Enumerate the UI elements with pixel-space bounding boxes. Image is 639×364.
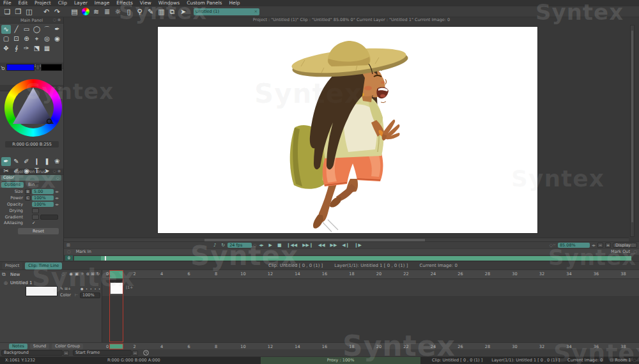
wheel-triangle[interactable] <box>4 79 62 137</box>
arrow-tool-icon[interactable]: ➤ <box>42 167 52 176</box>
gradient-field[interactable] <box>40 215 58 220</box>
speaker-icon[interactable]: ♪ <box>213 243 216 248</box>
aaliasing-check-icon[interactable]: ✓ <box>32 221 35 225</box>
eyedropper-icon[interactable]: ⚲ <box>0 64 6 71</box>
menu-file[interactable]: File <box>3 1 12 6</box>
room-menu-icon[interactable]: ◌ <box>633 358 636 363</box>
frame-ruler-top[interactable]: 02468101214161820222426283032343638 <box>102 270 639 279</box>
settings-icon[interactable]: ◌ <box>61 272 65 276</box>
power-input[interactable]: 100% <box>32 195 54 201</box>
frame-label[interactable]: 36 <box>592 345 601 349</box>
frame-icon[interactable]: ⊠ <box>91 272 94 277</box>
frame-label[interactable]: 12 <box>266 345 275 349</box>
frame-label[interactable]: 8 <box>212 272 220 277</box>
warp-icon[interactable]: ∮ <box>12 44 21 53</box>
select-circle-icon[interactable]: ◎ <box>42 34 52 43</box>
frame-label[interactable]: 30 <box>511 272 520 277</box>
background-dropdown[interactable]: Background <box>1 350 63 356</box>
menu-image[interactable]: Image <box>95 1 110 6</box>
flat-brush-icon[interactable]: ❙ <box>32 157 42 166</box>
frame-label[interactable]: 24 <box>429 345 438 349</box>
frame-label[interactable]: 38 <box>619 345 628 349</box>
frame-label[interactable]: 30 <box>511 345 520 349</box>
frame-label[interactable]: 14 <box>293 345 302 349</box>
tab-bin[interactable]: Bin <box>25 182 38 188</box>
curve-icon[interactable]: ⌒ <box>42 25 52 34</box>
mark-out-label[interactable]: Mark Out <box>611 250 630 254</box>
frame-label[interactable]: 8 <box>212 345 220 349</box>
tab-color-group[interactable]: Color Group <box>52 344 83 349</box>
light-table-icon[interactable]: ≋ <box>91 7 102 17</box>
frame-label[interactable]: 28 <box>483 272 492 277</box>
transform-icon[interactable]: ✥ <box>1 44 11 53</box>
project-selector[interactable]: Untitled (1) × <box>194 8 259 15</box>
cutter-icon[interactable]: ✂ <box>1 167 11 176</box>
menu-layer[interactable]: Layer <box>74 1 88 6</box>
frame-label[interactable]: 22 <box>402 272 411 277</box>
panel-collapse-icon[interactable]: ◌⊗ <box>53 18 62 22</box>
frame-label[interactable]: 2 <box>130 345 139 349</box>
frame-label[interactable]: 16 <box>320 345 329 349</box>
frame-label[interactable]: 26 <box>456 272 465 277</box>
prev-key-icon[interactable]: ◀◀ <box>318 243 325 248</box>
play-icon[interactable]: ▶ <box>269 243 272 248</box>
text-tool-icon[interactable]: T <box>32 167 42 176</box>
lamp-icon[interactable]: ☼ <box>112 7 123 17</box>
frame-label[interactable]: 18 <box>348 345 357 349</box>
clock-icon[interactable] <box>143 350 149 356</box>
mark-out-icon[interactable]: ◌ <box>633 250 637 254</box>
menu-project[interactable]: Project <box>35 1 51 6</box>
layer-track[interactable] <box>102 279 639 297</box>
fps-field[interactable]: 24 fps <box>227 243 252 248</box>
frame-label[interactable]: 38 <box>619 272 628 277</box>
prev-frame-icon[interactable]: ◀❙ <box>342 243 349 248</box>
frame-label[interactable]: 18 <box>348 272 357 277</box>
line-icon[interactable]: ╱ <box>12 25 21 34</box>
vertical-scrollbar[interactable] <box>630 25 635 237</box>
new-layer-button[interactable]: New <box>10 273 20 277</box>
save-icon[interactable]: ◫ <box>24 7 35 17</box>
zoom-level-field[interactable]: 85.08% <box>558 243 590 248</box>
flip-icon[interactable]: ◂▸ <box>259 243 263 248</box>
airbrush-icon[interactable]: ❀ <box>52 157 62 166</box>
tab-options[interactable]: Options <box>1 182 24 188</box>
mark-in-icon[interactable]: ◌ <box>67 250 71 254</box>
frame-label[interactable]: 34 <box>565 345 574 349</box>
library-icon[interactable]: ▥ <box>156 7 167 17</box>
primary-color-swatch[interactable] <box>6 64 35 71</box>
frame-label[interactable]: 12 <box>266 272 275 277</box>
display-dropdown[interactable]: Display◌ <box>613 243 637 248</box>
frame-label[interactable]: 16 <box>320 272 329 277</box>
eye-icon[interactable]: ◉ <box>69 272 73 277</box>
frame-label[interactable]: 14 <box>293 272 302 277</box>
frame-label[interactable]: 10 <box>239 345 248 349</box>
frame-label[interactable]: 32 <box>537 345 546 349</box>
pen-brush-icon[interactable]: ✒ <box>1 157 11 166</box>
frame-label[interactable]: 22 <box>402 345 411 349</box>
select-lasso-icon[interactable]: ⊡ <box>12 34 21 43</box>
zoom-tool-icon[interactable]: ⊕ <box>22 34 31 43</box>
cursor-icon[interactable]: ➤ <box>178 7 189 17</box>
gradient-checkbox[interactable] <box>32 215 39 220</box>
pattern-icon[interactable]: ▦ <box>42 44 52 53</box>
size-input[interactable]: 5.00 <box>32 189 54 194</box>
timeline-position-slider[interactable] <box>74 256 631 261</box>
to-start-icon[interactable]: ❙◀◀ <box>287 243 298 248</box>
start-frame-stepper[interactable]: − <box>132 351 138 356</box>
frame-label[interactable]: 6 <box>185 345 194 349</box>
main-panel-header[interactable]: Main Panel ◌⊗ <box>0 17 63 24</box>
close-icon[interactable]: × <box>254 10 258 14</box>
fit-icon[interactable]: ◌⁙ <box>550 243 556 247</box>
redo-icon[interactable]: ↷ <box>52 7 63 17</box>
brushes-icon[interactable]: ✎ <box>145 7 156 17</box>
power-letter-toggle[interactable]: C <box>25 195 31 201</box>
room-selector[interactable]: Room 1 <box>615 358 631 363</box>
size-slider-icon[interactable]: ◂▸ <box>55 190 59 193</box>
camera-icon[interactable]: ◉ <box>52 34 62 43</box>
frame-label[interactable]: 34 <box>565 272 574 277</box>
frame-label[interactable]: 28 <box>483 345 492 349</box>
swatch-stepper[interactable] <box>36 64 40 70</box>
menu-help[interactable]: Help <box>229 1 240 6</box>
menu-clip[interactable]: Clip <box>58 1 67 6</box>
opacity-input[interactable]: 100% <box>32 202 54 207</box>
